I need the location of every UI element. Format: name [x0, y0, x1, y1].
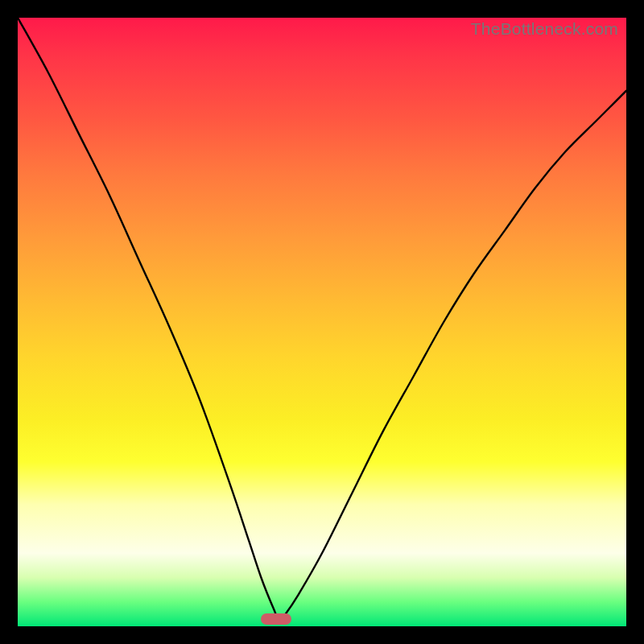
- bottleneck-curve: [18, 18, 626, 626]
- plot-area: TheBottleneck.com: [18, 18, 626, 626]
- optimal-marker: [261, 613, 291, 625]
